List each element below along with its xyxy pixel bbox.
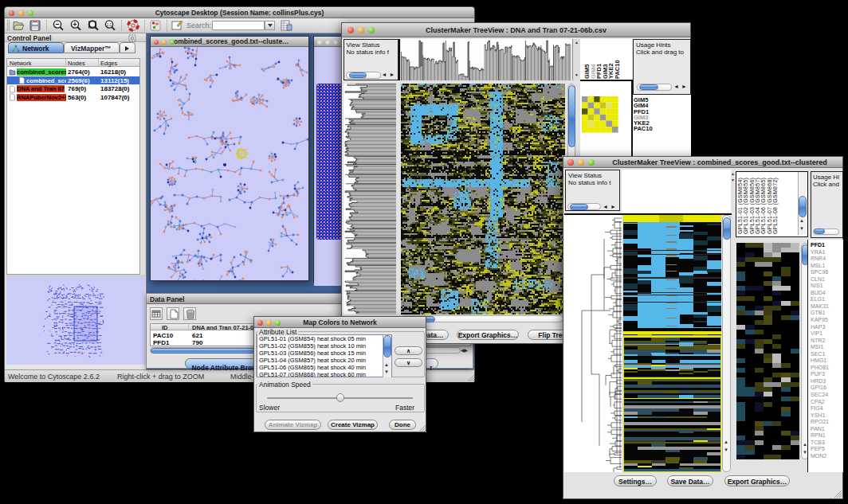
- svg-text:1:1: 1:1: [107, 23, 112, 27]
